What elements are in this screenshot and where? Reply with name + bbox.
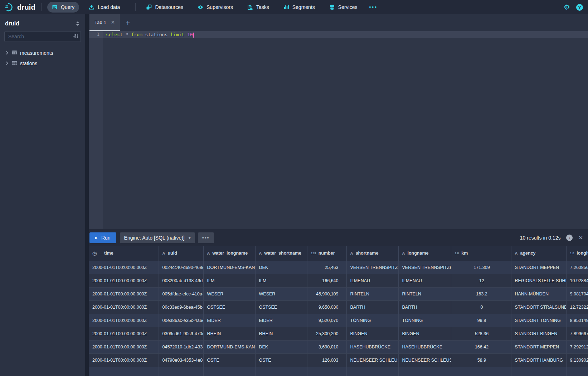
nav-item-datasources[interactable]: Datasources (141, 2, 188, 13)
cell[interactable]: 12.723220 (566, 300, 588, 314)
cell[interactable]: EIDER (203, 314, 255, 327)
run-button[interactable]: ▶ Run (89, 232, 116, 243)
cell[interactable]: 0 (451, 300, 511, 314)
column-header[interactable]: 123number (307, 246, 346, 261)
column-header[interactable]: Alongname (398, 246, 451, 261)
cell[interactable]: 7.899667 (566, 327, 588, 340)
column-header[interactable]: Awater_longname (203, 246, 255, 261)
cell[interactable]: 58.9 (451, 353, 511, 367)
cell[interactable]: 005dfdae-efcc-410a-bf1 (159, 287, 203, 300)
column-header[interactable]: Aagency (511, 246, 566, 261)
cell[interactable]: 12 (451, 274, 511, 287)
column-header[interactable]: Ashortname (346, 246, 398, 261)
cell[interactable]: 2000-01-01T00:00:00.000Z (89, 274, 159, 287)
cell[interactable]: 9,520,070 (307, 314, 346, 327)
cell[interactable]: 166.42 (451, 340, 511, 353)
help-icon[interactable]: ? (576, 4, 583, 11)
cell[interactable]: 2000-01-01T00:00:00.000Z (89, 353, 159, 367)
cell[interactable]: 0024cc40-d690-468d-84 (159, 261, 203, 274)
nav-item-services[interactable]: Services (325, 2, 362, 13)
tree-item-measurements[interactable]: measurements (0, 48, 85, 58)
cell[interactable]: TÖNNING (398, 314, 451, 327)
cell[interactable]: BARTH (346, 300, 398, 314)
cell[interactable]: 528.36 (451, 327, 511, 340)
cell[interactable]: DEK (255, 261, 307, 274)
cell[interactable]: 9.130902 (566, 353, 588, 367)
cell[interactable]: ILM (203, 274, 255, 287)
cell[interactable]: BARTH (398, 300, 451, 314)
cell[interactable]: STANDORT TÖNNING (511, 314, 566, 327)
cell[interactable]: ILMENAU (398, 274, 451, 287)
cell[interactable]: 163.2 (451, 287, 511, 300)
cell[interactable]: RINTELN (398, 287, 451, 300)
cell[interactable]: BINGEN (398, 327, 451, 340)
tab-close-icon[interactable]: ✕ (111, 20, 115, 25)
cell[interactable]: 171.309 (451, 261, 511, 274)
cell[interactable]: 9,650,030 (307, 300, 346, 314)
cell[interactable]: 99.8 (451, 314, 511, 327)
cell[interactable]: 04572010-1db2-4338-85 (159, 340, 203, 353)
cell[interactable]: OSTSEE (255, 300, 307, 314)
cell[interactable]: ILM (255, 274, 307, 287)
cell[interactable] (203, 367, 255, 376)
download-results-icon[interactable]: ↓ (566, 235, 573, 241)
tree-item-stations[interactable]: stations (0, 58, 85, 68)
filter-sliders-icon[interactable] (73, 33, 78, 40)
cell[interactable]: VERSEN TRENNSPITZE (398, 261, 451, 274)
close-results-icon[interactable]: ✕ (578, 235, 583, 241)
cell[interactable]: OSTE (255, 353, 307, 367)
cell[interactable]: TÖNNING (346, 314, 398, 327)
column-header[interactable]: Auuid (159, 246, 203, 261)
cell[interactable]: RHEIN (203, 327, 255, 340)
query-more-button[interactable]: ••• (198, 232, 214, 243)
cell[interactable]: 00e386ac-e35c-4a6e-80 (159, 314, 203, 327)
cell[interactable]: DORTMUND-EMS-KANA (203, 340, 255, 353)
nav-item-segments[interactable]: Segments (279, 2, 320, 13)
cell[interactable]: STANDORT MEPPEN (511, 340, 566, 353)
cell[interactable]: WESER (203, 287, 255, 300)
search-input[interactable] (8, 34, 73, 39)
cell[interactable]: 8.950149 (566, 314, 588, 327)
engine-select-button[interactable]: Engine: Auto [SQL (native)] ▾ (120, 232, 195, 243)
column-header[interactable]: 1.0longitude (566, 246, 588, 261)
cell[interactable]: 00c33ed9-6bea-45b4-87 (159, 300, 203, 314)
column-header[interactable]: 1.0km (451, 246, 511, 261)
cell[interactable]: 2000-01-01T00:00:00.000Z (89, 314, 159, 327)
cell[interactable] (398, 367, 451, 376)
cell[interactable]: EIDER (255, 314, 307, 327)
cell[interactable]: VERSEN TRENNSPITZE (346, 261, 398, 274)
cell[interactable]: 2000-01-01T00:00:00.000Z (89, 300, 159, 314)
cell[interactable]: RHEIN (255, 327, 307, 340)
cell[interactable]: DORTMUND-EMS-KANA (203, 261, 255, 274)
cell[interactable]: STANDORT STRALSUND (511, 300, 566, 314)
cell[interactable]: STANDORT HAMBURG (511, 353, 566, 367)
nav-item-tasks[interactable]: Tasks (243, 2, 274, 13)
cell[interactable]: 7.260856 (566, 261, 588, 274)
cell[interactable]: 10.928842 (566, 274, 588, 287)
new-tab-button[interactable]: + (120, 14, 136, 31)
cell[interactable]: WESER (255, 287, 307, 300)
column-header[interactable]: Awater_shortname (255, 246, 307, 261)
nav-item-load-data[interactable]: Load data (84, 2, 125, 13)
sql-query-line[interactable]: select * from stations limit 10 (103, 31, 588, 38)
cell[interactable] (307, 367, 346, 376)
nav-item-query[interactable]: Query (47, 2, 79, 13)
cell[interactable]: 2000-01-01T00:00:00.000Z (89, 340, 159, 353)
cell[interactable] (511, 367, 566, 376)
cell[interactable]: 25,300,200 (307, 327, 346, 340)
editor-code-area[interactable]: select * from stations limit 10 (103, 31, 588, 229)
cell[interactable]: 25,463 (307, 261, 346, 274)
cell[interactable]: NEUENSEER SCHLEUSEN (398, 353, 451, 367)
cell[interactable] (89, 367, 159, 376)
cell[interactable] (255, 367, 307, 376)
cell[interactable]: 3,690,010 (307, 340, 346, 353)
column-header[interactable]: ◷__time (89, 246, 159, 261)
cell[interactable]: OSTSEE (203, 300, 255, 314)
cell[interactable]: 45,900,109 (307, 287, 346, 300)
settings-gear-icon[interactable]: ⚙ (564, 4, 570, 11)
tab-1[interactable]: Tab 1 ✕ (89, 14, 120, 31)
cell[interactable]: 166,640 (307, 274, 346, 287)
cell[interactable]: 2000-01-01T00:00:00.000Z (89, 261, 159, 274)
cell[interactable]: STANDORT MEPPEN (511, 261, 566, 274)
cell[interactable] (346, 367, 398, 376)
